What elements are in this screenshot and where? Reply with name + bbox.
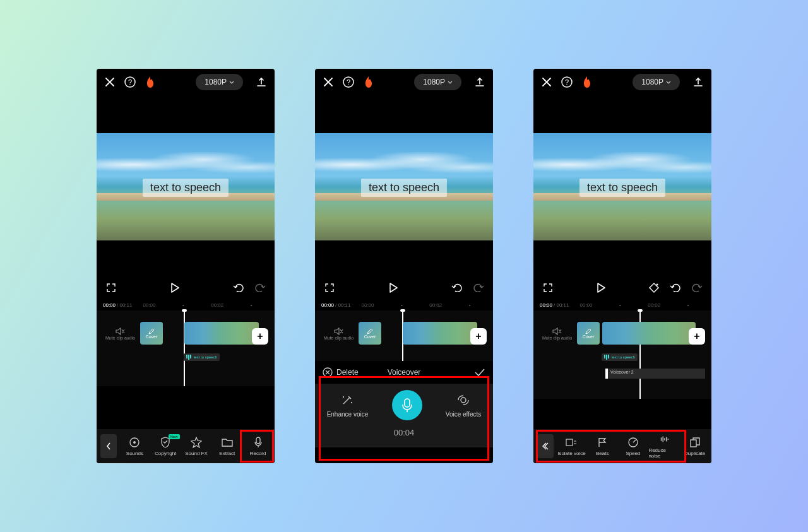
timeline[interactable]: Mute clip audio Cover text to speech Voi… [533, 310, 711, 399]
tool-duplicate[interactable]: Duplicate [679, 437, 710, 456]
pencil-icon [148, 328, 155, 334]
undo-icon[interactable] [668, 281, 682, 295]
svg-text:?: ? [128, 78, 132, 86]
resolution-button[interactable]: 1080P [196, 74, 243, 90]
timeline[interactable]: Mute clip audio Cover text to speech + [97, 310, 275, 386]
tool-copyright[interactable]: New Copyright [150, 437, 181, 456]
play-icon[interactable] [386, 281, 400, 295]
voiceover-clip[interactable]: Voiceover 2 [605, 369, 705, 379]
screen-3: ? 1080P text to speech 00:00 / 00:11 00:… [533, 69, 711, 463]
video-clip[interactable] [184, 322, 259, 345]
mute-clip-button[interactable]: Mute clip audio [103, 327, 138, 340]
svg-rect-8 [405, 399, 410, 407]
back-button[interactable] [100, 434, 117, 458]
screen-1: ? 1080P text to speech [97, 69, 275, 463]
back-button[interactable] [537, 434, 554, 458]
diamond-icon[interactable] [647, 281, 661, 295]
tool-sounds[interactable]: Sounds [119, 437, 150, 456]
add-clip-button[interactable]: + [470, 328, 487, 345]
export-icon[interactable] [691, 75, 705, 89]
resolution-label: 1080P [423, 78, 445, 86]
video-preview[interactable]: text to speech [533, 133, 711, 240]
play-bar [315, 276, 493, 300]
add-clip-button[interactable]: + [689, 328, 705, 345]
confirm-button[interactable] [431, 368, 485, 377]
current-time: 00:00 [103, 302, 116, 308]
text-track[interactable]: text to speech [184, 353, 220, 361]
resolution-button[interactable]: 1080P [633, 74, 680, 90]
bottom-toolbar: Isolate voice Beats Speed Reduce noise D… [533, 429, 711, 463]
chevron-down-icon [448, 81, 453, 84]
mic-icon [401, 398, 413, 413]
video-clip[interactable] [403, 322, 477, 345]
redo-icon[interactable] [690, 281, 704, 295]
play-bar [97, 276, 275, 300]
effects-icon [456, 393, 471, 407]
mic-icon [252, 437, 264, 448]
undo-icon[interactable] [450, 281, 464, 295]
video-preview[interactable]: text to speech [97, 133, 275, 240]
tool-isolate-voice[interactable]: Isolate voice [556, 437, 587, 456]
timeline[interactable]: Mute clip audio Cover + [315, 310, 493, 361]
tool-extract[interactable]: Extract [211, 437, 242, 456]
mute-clip-button[interactable]: Mute clip audio [540, 327, 574, 340]
preview-text-overlay: text to speech [143, 179, 229, 197]
fullscreen-icon[interactable] [541, 281, 555, 295]
close-icon[interactable] [321, 75, 335, 89]
gauge-icon [627, 437, 639, 448]
noise-icon [658, 434, 670, 445]
svg-point-9 [461, 398, 466, 403]
export-icon[interactable] [473, 75, 487, 89]
svg-rect-13 [566, 439, 573, 446]
redo-icon[interactable] [253, 281, 267, 295]
top-bar: ? 1080P [315, 69, 493, 95]
tool-soundfx[interactable]: Sound FX [181, 437, 212, 456]
enhance-label: Enhance voice [327, 411, 369, 418]
close-icon[interactable] [540, 75, 554, 89]
cover-button[interactable]: Cover [577, 322, 600, 345]
cover-button[interactable]: Cover [359, 322, 381, 345]
svg-point-12 [656, 284, 658, 286]
svg-text:?: ? [565, 78, 569, 86]
undo-icon[interactable] [232, 281, 246, 295]
add-clip-button[interactable]: + [252, 328, 268, 345]
play-icon[interactable] [594, 281, 608, 295]
time-ruler: 00:00 / 00:11 00:00• 00:02• [533, 300, 711, 310]
tool-speed[interactable]: Speed [618, 437, 649, 456]
tool-beats[interactable]: Beats [587, 437, 618, 456]
mute-clip-button[interactable]: Mute clip audio [321, 327, 356, 340]
close-icon[interactable] [103, 75, 117, 89]
cover-button[interactable]: Cover [140, 322, 163, 345]
fullscreen-icon[interactable] [104, 281, 118, 295]
text-track[interactable]: text to speech [602, 353, 638, 361]
svg-rect-15 [691, 440, 696, 447]
tool-reduce-noise[interactable]: Reduce noise [648, 434, 679, 459]
video-preview[interactable]: text to speech [315, 133, 493, 240]
svg-point-3 [133, 441, 136, 444]
new-badge: New [169, 434, 180, 439]
delete-button[interactable]: Delete [323, 367, 377, 377]
flag-icon [597, 437, 608, 448]
preview-text-overlay: text to speech [361, 179, 447, 197]
flame-icon[interactable] [362, 75, 376, 89]
export-icon[interactable] [254, 75, 268, 89]
top-bar: ? 1080P [533, 69, 711, 95]
flame-icon[interactable] [580, 75, 594, 89]
record-button[interactable] [392, 390, 422, 420]
svg-text:?: ? [347, 78, 350, 86]
help-icon[interactable]: ? [342, 75, 355, 89]
enhance-voice-button[interactable]: Enhance voice [327, 393, 369, 418]
tool-record[interactable]: Record [242, 437, 273, 456]
effects-label: Voice effects [446, 411, 482, 418]
flame-icon[interactable] [143, 75, 157, 89]
fullscreen-icon[interactable] [323, 281, 336, 295]
folder-icon [222, 437, 233, 448]
voice-effects-button[interactable]: Voice effects [446, 393, 482, 418]
help-icon[interactable]: ? [123, 75, 137, 89]
play-icon[interactable] [168, 281, 182, 295]
video-clip[interactable] [602, 322, 696, 345]
redo-icon[interactable] [472, 281, 485, 295]
duplicate-icon [689, 437, 701, 448]
resolution-button[interactable]: 1080P [414, 74, 461, 90]
help-icon[interactable]: ? [560, 75, 574, 89]
